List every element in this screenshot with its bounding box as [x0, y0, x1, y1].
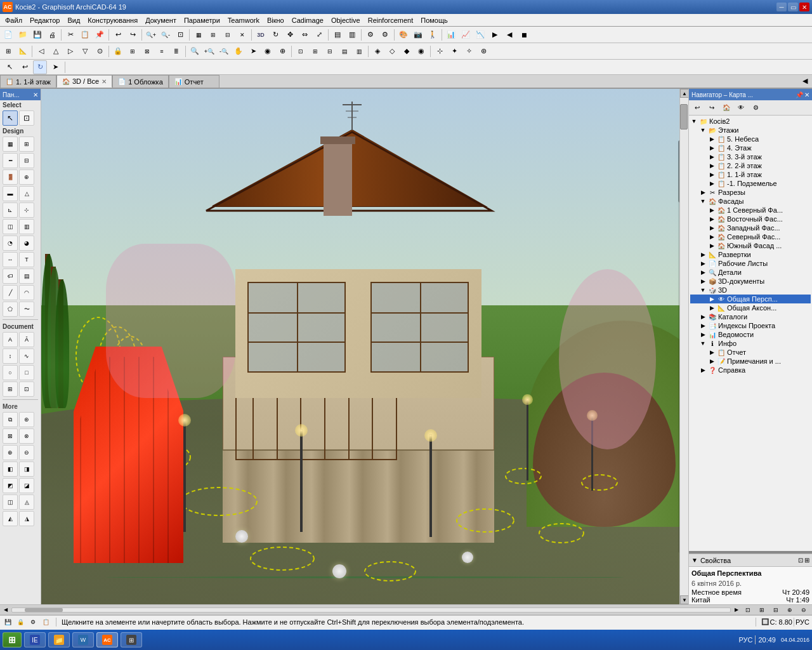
tool-more-7[interactable]: ◧: [3, 461, 18, 477]
tool-more-11[interactable]: ◫: [3, 494, 18, 510]
tb-b3[interactable]: ⊟: [221, 28, 235, 42]
tool-doc-4[interactable]: ∿: [19, 348, 34, 364]
tb2-zoom[interactable]: 🔍: [188, 44, 202, 58]
tree-item-root[interactable]: ▼ 📁 Косів2: [690, 117, 811, 126]
tab-3d[interactable]: 🏠 3D / Все ✕: [56, 75, 112, 88]
nav-btn-1[interactable]: ↩: [690, 101, 704, 115]
tb2-zoomout[interactable]: -🔍: [217, 44, 231, 58]
tb-b4[interactable]: ✕: [235, 28, 249, 42]
minimize-button[interactable]: ─: [776, 3, 787, 11]
tool-doc-2[interactable]: Ā: [19, 332, 34, 347]
tb-undo[interactable]: ↩: [111, 28, 125, 42]
tb2-b4[interactable]: △: [49, 44, 63, 58]
tb3-b1[interactable]: ↩: [18, 60, 32, 74]
expander-floor3[interactable]: ▶: [708, 154, 716, 160]
tree-item-facade3[interactable]: ▶ 🏠 Западный Фас...: [690, 223, 811, 232]
expander-floor0[interactable]: ▶: [708, 180, 716, 187]
scroll-thumb[interactable]: [680, 104, 688, 129]
tb-render[interactable]: 🎨: [396, 28, 410, 42]
tb-extra4[interactable]: ▶: [488, 28, 502, 42]
tool-doc-5[interactable]: ○: [3, 365, 18, 380]
tb3-cursor[interactable]: ↖: [3, 60, 16, 74]
tb3-b2[interactable]: ↻: [33, 60, 47, 74]
tb2-b5[interactable]: ▷: [63, 44, 77, 58]
tool-more-13[interactable]: ◭: [3, 511, 18, 526]
tool-window[interactable]: ⊟: [19, 153, 34, 168]
tb2-snap2[interactable]: ◇: [385, 44, 399, 58]
menu-cadimage[interactable]: Cadimage: [288, 15, 327, 25]
tool-doc-7[interactable]: ⊞: [3, 381, 18, 397]
tool-doc-8[interactable]: ⊡: [19, 381, 34, 397]
tb2-hand[interactable]: ✋: [232, 44, 246, 58]
expander-floor4[interactable]: ▶: [708, 145, 716, 151]
tab-3d-close[interactable]: ✕: [102, 78, 107, 85]
menu-editor[interactable]: Редактор: [26, 15, 63, 25]
expander-3d-persp[interactable]: ▶: [708, 296, 716, 302]
tool-curtain[interactable]: ▥: [19, 219, 34, 234]
tool-column[interactable]: ⊞: [19, 136, 34, 152]
tree-item-3d-persp[interactable]: ▶ 👁 Общая Персп...: [690, 295, 811, 303]
tree-item-3d-axon[interactable]: ▶ 📐 Общая Аксон...: [690, 303, 811, 312]
tree-item-info[interactable]: ▼ ℹ Инфо: [690, 339, 811, 348]
tree-item-report[interactable]: ▶ 📋 Отчет: [690, 348, 811, 357]
tb2-b23[interactable]: ⊛: [476, 44, 490, 58]
tool-more-9[interactable]: ◩: [3, 478, 18, 493]
tb2-b18[interactable]: ▤: [337, 44, 351, 58]
tb2-b8[interactable]: 🔒: [111, 44, 125, 58]
tool-arrow-select[interactable]: ↖: [3, 110, 18, 126]
nav-btn-3[interactable]: 🏠: [719, 101, 733, 115]
tree-item-notes[interactable]: ▶ 📝 Примечания и ...: [690, 357, 811, 366]
tree-item-floors[interactable]: ▼ 📂 Этажи: [690, 126, 811, 135]
tb2-snap3[interactable]: ◆: [400, 44, 414, 58]
tb2-b3[interactable]: ◁: [34, 44, 48, 58]
tool-marquee-select[interactable]: ⊡: [19, 110, 34, 126]
close-button[interactable]: ✕: [799, 3, 809, 11]
restore-button[interactable]: ▭: [788, 3, 798, 11]
tb-settings1[interactable]: ⚙: [363, 28, 377, 42]
taskbar-archicad[interactable]: AC: [96, 632, 118, 647]
tb2-b13[interactable]: ◉: [261, 44, 275, 58]
tb-extra2[interactable]: 📈: [459, 28, 473, 42]
hscroll-thumb[interactable]: [25, 608, 63, 612]
menu-view[interactable]: Вид: [63, 15, 84, 25]
menu-params[interactable]: Параметри: [180, 15, 224, 25]
tool-object[interactable]: ⊕: [19, 169, 34, 185]
scroll-down-button[interactable]: ▼: [680, 595, 688, 604]
tool-doc-text[interactable]: A: [3, 332, 18, 347]
tree-item-3d[interactable]: ▼ 🎲 3D: [690, 286, 811, 295]
nav-btn-4[interactable]: 👁: [734, 101, 748, 115]
status-icon-4[interactable]: 📋: [41, 617, 51, 627]
tb-extra3[interactable]: 📉: [473, 28, 487, 42]
expander-3ddocs[interactable]: ▶: [699, 278, 707, 284]
menu-construct[interactable]: Конструювання: [84, 15, 141, 25]
tb2-b2[interactable]: 📐: [16, 44, 30, 58]
tree-item-vedomosti[interactable]: ▶ 📊 Ведомости: [690, 330, 811, 339]
tab-report[interactable]: 📊 Отчет: [169, 75, 219, 88]
menu-window[interactable]: Вікно: [263, 15, 288, 25]
tool-ceil[interactable]: ▬: [3, 186, 18, 201]
tool-more-6[interactable]: ⊖: [19, 445, 34, 460]
start-button[interactable]: ⊞: [3, 632, 22, 647]
tool-stair[interactable]: ⊾: [3, 202, 18, 218]
tb2-b7[interactable]: ⊙: [93, 44, 107, 58]
tb2-snap1[interactable]: ◈: [370, 44, 384, 58]
tool-text[interactable]: T: [19, 252, 34, 267]
menu-reinforcement[interactable]: Reinforcement: [364, 15, 417, 25]
tab-cover[interactable]: 📄 1 Обложка: [112, 75, 169, 88]
expander-facade3[interactable]: ▶: [708, 225, 716, 231]
props-btn-2[interactable]: ⊞: [804, 557, 809, 564]
expander-notes[interactable]: ▶: [708, 358, 716, 364]
tb2-b22[interactable]: ✧: [462, 44, 476, 58]
tree-item-catalogs[interactable]: ▶ 📚 Каталоги: [690, 312, 811, 321]
tb-new[interactable]: 📄: [1, 28, 15, 42]
panel-close-icon[interactable]: ✕: [33, 91, 38, 98]
tb-print[interactable]: 🖨: [45, 28, 59, 42]
tool-door[interactable]: 🚪: [3, 169, 18, 185]
tree-item-floor2[interactable]: ▶ 📋 2. 2-й этаж: [690, 161, 811, 170]
menu-help[interactable]: Помощь: [417, 15, 452, 25]
tb-copy[interactable]: 📋: [78, 28, 92, 42]
hscroll-left[interactable]: ◀: [1, 606, 10, 614]
tb2-b11[interactable]: ≡: [155, 44, 169, 58]
hscroll-track[interactable]: [11, 607, 731, 613]
tb-settings2[interactable]: ⚙: [378, 28, 392, 42]
